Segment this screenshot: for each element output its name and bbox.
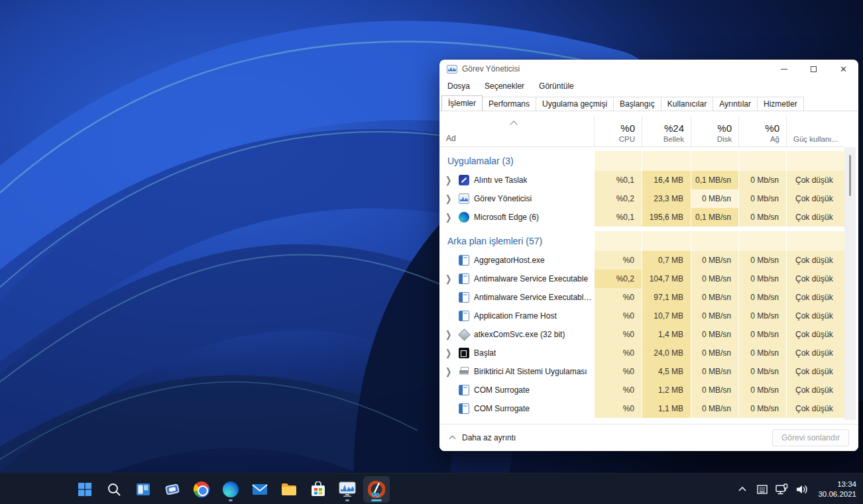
edge-icon <box>459 212 469 223</box>
disk-cell: 0 MB/sn <box>691 251 738 270</box>
process-row[interactable]: ❯Antimalware Service Executable... %0 97… <box>439 288 844 307</box>
group-row-background[interactable]: Arka plan işlemleri (57) <box>439 231 844 251</box>
chrome-button[interactable] <box>187 476 216 503</box>
column-header-memory[interactable]: %24 Bellek <box>642 116 691 146</box>
widgets-button[interactable] <box>158 476 187 503</box>
column-header-cpu[interactable]: %0 CPU <box>594 116 642 146</box>
generic-window-icon <box>459 255 469 266</box>
memory-cell: 10,7 MB <box>642 307 691 325</box>
process-row[interactable]: ❯Görev Yöneticisi %0,2 23,3 MB 0 MB/sn 0… <box>439 189 844 208</box>
start-button[interactable] <box>70 476 99 503</box>
close-button[interactable]: ✕ <box>829 60 858 78</box>
cpu-cell: %0,1 <box>594 171 642 189</box>
group-row-apps[interactable]: Uygulamalar (3) <box>439 151 844 171</box>
disk-cell: 0,1 MB/sn <box>691 208 738 227</box>
expand-chevron-icon[interactable]: ❯ <box>445 193 456 205</box>
touch-keyboard-button[interactable] <box>754 479 770 499</box>
minimize-button[interactable] <box>769 60 799 78</box>
mail-button[interactable] <box>245 476 274 503</box>
taskbar-clock[interactable]: 13:34 30.06.2021 <box>818 479 856 499</box>
process-row[interactable]: ❯Application Frame Host %0 10,7 MB 0 MB/… <box>439 307 844 325</box>
process-row[interactable]: ❯AggregatorHost.exe %0 0,7 MB 0 MB/sn 0 … <box>439 251 844 270</box>
start-app-icon <box>459 348 469 358</box>
tray-chevron-button[interactable] <box>734 479 750 499</box>
printer-icon <box>459 366 469 377</box>
snip-sketch-button[interactable] <box>363 476 390 503</box>
file-explorer-button[interactable] <box>274 476 304 503</box>
search-icon <box>106 481 122 497</box>
search-button[interactable] <box>99 476 129 503</box>
group-label: Arka plan işlemleri (57) <box>439 231 594 251</box>
column-header-power[interactable]: Güç kullanı... <box>786 116 844 146</box>
process-row[interactable]: ❯Başlat %0 24,0 MB 0 MB/sn 0 Mb/sn Çok d… <box>439 344 844 362</box>
memory-cell: 1,4 MB <box>642 325 691 344</box>
process-name: Alıntı ve Taslak <box>474 176 527 185</box>
maximize-button[interactable] <box>799 60 829 78</box>
network-cell: 0 Mb/sn <box>738 270 786 288</box>
clock-time: 13:34 <box>818 479 856 489</box>
disk-cell: 0 MB/sn <box>691 325 738 344</box>
tab-uygulama-gecmisi[interactable]: Uygulama geçmişi <box>536 97 614 111</box>
network-cell: 0 Mb/sn <box>738 381 786 399</box>
end-task-button[interactable]: Görevi sonlandır <box>772 429 849 446</box>
process-row[interactable]: ❯Alıntı ve Taslak %0,1 16,4 MB 0,1 MB/sn… <box>439 171 844 189</box>
network-cell: 0 Mb/sn <box>738 307 786 325</box>
network-cell: 0 Mb/sn <box>738 208 786 227</box>
menu-dosya[interactable]: Dosya <box>447 81 470 91</box>
generic-window-icon <box>459 292 469 303</box>
process-name: COM Surrogate <box>474 404 530 413</box>
maximize-icon <box>811 66 817 72</box>
vertical-scrollbar[interactable] <box>844 147 856 420</box>
expand-chevron-icon[interactable]: ❯ <box>445 348 456 359</box>
scrollbar-thumb[interactable] <box>849 155 851 196</box>
task-manager-button[interactable] <box>333 476 362 503</box>
disk-cell: 0,1 MB/sn <box>691 171 738 189</box>
chevron-up-icon <box>449 435 456 440</box>
process-row[interactable]: ❯Antimalware Service Executable %0,2 104… <box>439 270 844 288</box>
process-name: Biriktirici Alt Sistemi Uygulaması <box>474 367 587 376</box>
expand-chevron-icon[interactable]: ❯ <box>445 175 456 186</box>
menu-goruntule[interactable]: Görüntüle <box>539 81 574 91</box>
process-row[interactable]: ❯Biriktirici Alt Sistemi Uygulaması %0 4… <box>439 362 844 381</box>
expand-chevron-icon[interactable]: ❯ <box>445 366 456 378</box>
cpu-cell: %0 <box>594 251 642 270</box>
less-details-toggle[interactable]: Daha az ayrıntı <box>449 433 516 442</box>
expand-chevron-icon[interactable]: ❯ <box>445 212 456 223</box>
expand-chevron-icon[interactable]: ❯ <box>445 329 456 340</box>
tab-islemler[interactable]: İşlemler <box>441 95 483 111</box>
column-header-disk[interactable]: %0 Disk <box>691 116 738 146</box>
process-row[interactable]: ❯COM Surrogate %0 1,1 MB 0 MB/sn 0 Mb/sn… <box>439 399 844 418</box>
memory-cell: 1,1 MB <box>642 399 691 418</box>
tab-baslangic[interactable]: Başlangıç <box>613 97 662 111</box>
power-cell: Çok düşük <box>786 270 844 288</box>
network-cell: 0 Mb/sn <box>738 344 786 362</box>
task-manager-icon <box>459 193 469 204</box>
touch-keyboard-icon <box>756 483 768 495</box>
process-row[interactable]: ❯atkexComSvc.exe (32 bit) %0 1,4 MB 0 MB… <box>439 325 844 344</box>
generic-window-icon <box>459 403 469 414</box>
task-view-button[interactable] <box>129 476 158 503</box>
volume-button[interactable] <box>794 479 810 499</box>
menu-secenekler[interactable]: Seçenekler <box>485 81 524 91</box>
expand-chevron-icon[interactable]: ❯ <box>445 274 456 285</box>
column-header-name[interactable]: Ad <box>439 116 594 146</box>
tab-ayrintilar[interactable]: Ayrıntılar <box>713 97 758 111</box>
store-button[interactable] <box>304 476 333 503</box>
process-row[interactable]: ❯Microsoft Edge (6) %0,1 195,6 MB 0,1 MB… <box>439 208 844 227</box>
tab-hizmetler[interactable]: Hizmetler <box>757 97 804 111</box>
volume-icon <box>795 483 809 496</box>
cpu-cell: %0 <box>594 344 642 362</box>
network-button[interactable] <box>774 479 790 499</box>
disk-cell: 0 MB/sn <box>691 189 738 208</box>
tab-performans[interactable]: Performans <box>482 97 536 111</box>
cpu-cell: %0 <box>594 399 642 418</box>
edge-icon <box>223 481 239 497</box>
edge-button[interactable] <box>216 476 245 503</box>
tab-kullanicilar[interactable]: Kullanıcılar <box>661 97 713 111</box>
network-cell: 0 Mb/sn <box>738 189 786 208</box>
disk-cell: 0 MB/sn <box>691 381 738 399</box>
cpu-cell: %0 <box>594 362 642 381</box>
column-header-network[interactable]: %0 Ağ <box>738 116 786 146</box>
process-row[interactable]: ❯COM Surrogate %0 1,2 MB 0 MB/sn 0 Mb/sn… <box>439 381 844 399</box>
titlebar[interactable]: Görev Yöneticisi ✕ <box>439 60 858 78</box>
